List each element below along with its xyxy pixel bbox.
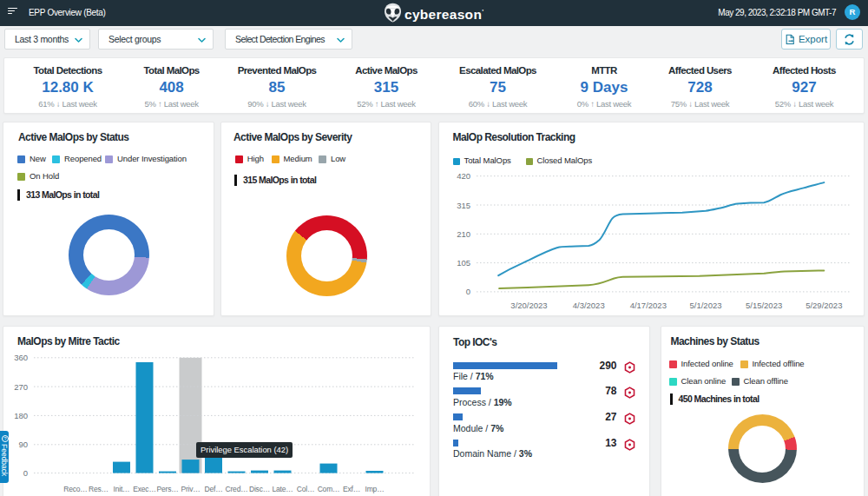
svg-text:315: 315: [457, 201, 470, 210]
svg-text:Com…: Com…: [318, 485, 340, 493]
svg-text:5/15/2023: 5/15/2023: [745, 301, 781, 310]
svg-text:Pers…: Pers…: [157, 485, 179, 493]
svg-text:Late…: Late…: [272, 485, 293, 493]
svg-text:5/29/2023: 5/29/2023: [806, 301, 842, 310]
svg-text:420: 420: [457, 171, 470, 181]
svg-text:Exf…: Exf…: [343, 485, 360, 493]
svg-text:?: ?: [3, 436, 6, 441]
svg-text:Res…: Res…: [89, 485, 108, 493]
svg-text:Exec…: Exec…: [133, 485, 155, 493]
svg-text:3/20/2023: 3/20/2023: [510, 301, 547, 310]
svg-text:4/3/2023: 4/3/2023: [572, 301, 604, 310]
svg-text:4/17/2023: 4/17/2023: [629, 301, 666, 310]
svg-text:Imp…: Imp…: [365, 485, 385, 493]
svg-text:Init…: Init…: [114, 485, 130, 493]
svg-text:Cred…: Cred…: [226, 485, 248, 493]
svg-text:90: 90: [18, 440, 28, 449]
svg-text:105: 105: [457, 258, 470, 268]
svg-text:Col…: Col…: [297, 485, 314, 493]
svg-text:Def…: Def…: [205, 485, 223, 493]
svg-text:Priv…: Priv…: [181, 485, 200, 493]
svg-text:210: 210: [457, 229, 470, 239]
svg-text:Reco…: Reco…: [63, 485, 87, 493]
svg-text:0: 0: [23, 468, 28, 478]
svg-text:0: 0: [465, 287, 470, 296]
svg-text:Disc…: Disc…: [249, 485, 270, 493]
svg-text:360: 360: [14, 353, 28, 362]
svg-text:270: 270: [14, 382, 28, 392]
svg-text:5/1/2023: 5/1/2023: [689, 301, 721, 310]
svg-text:180: 180: [14, 411, 28, 420]
